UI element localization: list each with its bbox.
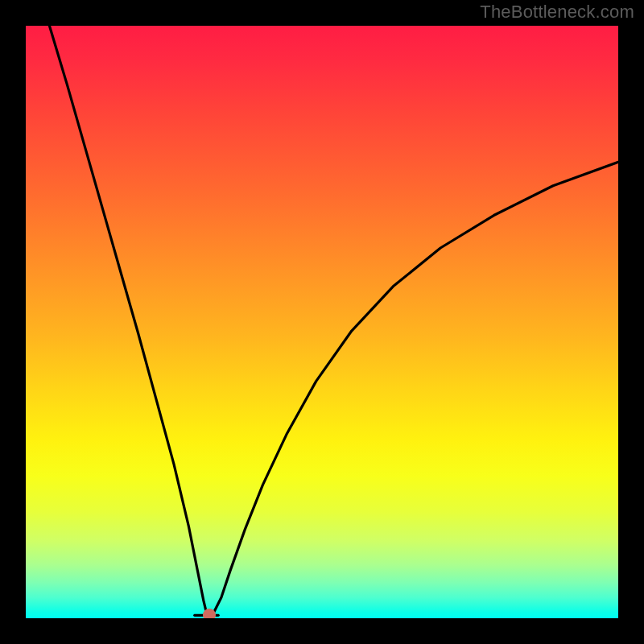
minimum-marker: [203, 609, 216, 618]
chart-frame: TheBottleneck.com: [0, 0, 644, 644]
watermark-text: TheBottleneck.com: [480, 2, 634, 23]
curve-path: [49, 26, 618, 615]
bottleneck-curve: [26, 26, 618, 618]
plot-area: [26, 26, 618, 618]
